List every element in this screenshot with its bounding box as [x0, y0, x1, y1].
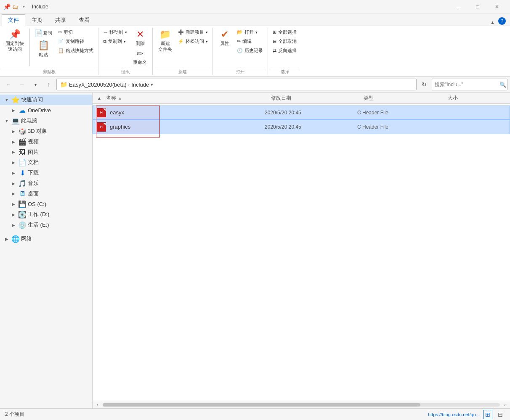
ribbon-collapse-btn[interactable]: ▲ — [490, 20, 495, 25]
tab-file[interactable]: 文件 — [2, 14, 25, 26]
path-dropdown-icon[interactable]: ▾ — [151, 82, 153, 87]
path-segment-current[interactable]: Include — [131, 82, 149, 88]
expand-icon-pictures: ▶ — [10, 150, 17, 154]
expand-icon-videos: ▶ — [10, 140, 17, 144]
scroll-right-btn[interactable]: › — [502, 402, 508, 408]
status-right: https://blog.csdn.net/qu... ⊞ ⊟ — [428, 410, 505, 419]
deselectall-icon: ⊟ — [273, 39, 276, 44]
recent-locations-button[interactable]: ▾ — [29, 79, 41, 90]
quick-access-icon: 📌 — [3, 3, 10, 10]
sidebar-item-documents[interactable]: ▶ 📄 文档 — [0, 157, 92, 168]
window-title: Include — [27, 4, 449, 10]
close-button[interactable]: ✕ — [487, 0, 507, 13]
select-label: 选择 — [271, 68, 299, 75]
copy-path-button[interactable]: 📄 复制路径 — [56, 37, 96, 46]
sidebar: ▼ ⭐ 快速访问 ▶ ☁ OneDrive ▼ 💻 此电脑 ▶ 🎲 3D 对象 … — [0, 93, 93, 408]
title-bar: 📌 🗂 ▾ Include ─ □ ✕ — [0, 0, 510, 13]
open-icon: 📂 — [237, 29, 243, 35]
col-header-size[interactable]: 大小 — [448, 95, 507, 102]
expand-icon-downloads: ▶ — [10, 171, 17, 175]
hscroll-track[interactable] — [103, 403, 500, 407]
new-item-button[interactable]: ➕ 新建项目▾ — [176, 28, 210, 37]
sidebar-item-quick-access[interactable]: ▼ ⭐ 快速访问 — [0, 95, 92, 105]
hscroll-area: ‹ › — [93, 401, 510, 408]
forward-button[interactable]: → — [16, 79, 28, 90]
sidebar-item-work-d[interactable]: ▶ 💽 工作 (D:) — [0, 209, 92, 220]
sidebar-item-3d[interactable]: ▶ 🎲 3D 对象 — [0, 126, 92, 137]
move-to-button[interactable]: → 移动到 ▾ — [101, 28, 129, 37]
col-header-name[interactable]: 名称▲ — [103, 95, 271, 102]
col-header-type[interactable]: 类型 — [364, 95, 448, 102]
cut-button[interactable]: ✂ 剪切 — [56, 28, 96, 37]
sidebar-label-documents: 文档 — [28, 158, 39, 166]
delete-button[interactable]: ✕ 删除 — [130, 28, 150, 48]
sidebar-item-onedrive[interactable]: ▶ ☁ OneDrive — [0, 105, 92, 116]
tab-view[interactable]: 查看 — [72, 14, 96, 26]
address-path[interactable]: 📁 EasyX_20200520(beta) › Include ▾ — [56, 79, 417, 90]
rename-button[interactable]: ✏ 重命名 — [130, 48, 150, 67]
new-folder-icon: 📁 — [159, 29, 171, 40]
expand-icon-osc: ▶ — [10, 202, 17, 206]
sidebar-item-desktop[interactable]: ▶ 🖥 桌面 — [0, 189, 92, 199]
help-btn[interactable]: ? — [498, 17, 506, 25]
status-item-count: 2 个项目 — [5, 411, 24, 418]
view-details-btn[interactable]: ⊞ — [483, 410, 492, 419]
properties-button[interactable]: ✔ 属性 — [215, 28, 234, 48]
file-column-header: ▲ 名称▲ 修改日期 类型 大小 — [93, 93, 510, 104]
scroll-left-btn[interactable]: ‹ — [94, 402, 101, 408]
file-area: ▲ 名称▲ 修改日期 类型 大小 H easyx 2020/5/20 20:45 — [93, 93, 510, 408]
sidebar-label-videos: 视频 — [28, 138, 39, 145]
sidebar-label-desktop: 桌面 — [28, 190, 39, 198]
hscroll-thumb[interactable] — [103, 403, 420, 407]
paste-button[interactable]: 📋 粘贴 — [32, 39, 54, 59]
select-all-button[interactable]: ⊞ 全部选择 — [271, 28, 299, 37]
documents-icon: 📄 — [19, 158, 26, 166]
sidebar-item-pictures[interactable]: ▶ 🖼 图片 — [0, 147, 92, 157]
col-header-date[interactable]: 修改日期 — [271, 95, 364, 102]
clipboard-items: 📌 固定到快速访问 📄 复制 📋 粘贴 ✂ 剪切 — [3, 28, 96, 67]
file-item-easyx[interactable]: H easyx 2020/5/20 20:45 C Header File — [93, 106, 510, 120]
work-d-icon: 💽 — [19, 211, 26, 219]
back-button[interactable]: ← — [3, 79, 14, 90]
sidebar-item-videos[interactable]: ▶ 🎬 视频 — [0, 137, 92, 147]
edit-button[interactable]: ✏ 编辑 — [235, 37, 265, 46]
invert-selection-button[interactable]: ⇄ 反向选择 — [271, 46, 299, 55]
pin-button[interactable]: 📌 固定到快速访问 — [3, 28, 27, 54]
quick-access-icon: ⭐ — [12, 96, 19, 104]
view-large-btn[interactable]: ⊟ — [496, 410, 505, 419]
refresh-button[interactable]: ↻ — [418, 79, 430, 90]
search-input[interactable] — [435, 82, 498, 87]
history-button[interactable]: 🕐 历史记录 — [235, 46, 265, 55]
paste-shortcut-button[interactable]: 📋 粘贴快捷方式 — [56, 46, 96, 55]
expand-icon-3d: ▶ — [10, 129, 17, 134]
new-folder-button[interactable]: 📁 新建文件夹 — [155, 28, 175, 54]
copy-button[interactable]: 📄 复制 — [32, 28, 54, 38]
sidebar-item-downloads[interactable]: ▶ ⬇ 下载 — [0, 168, 92, 178]
tab-home[interactable]: 主页 — [25, 14, 49, 26]
sidebar-item-music[interactable]: ▶ 🎵 音乐 — [0, 178, 92, 189]
open-button[interactable]: 📂 打开▾ — [235, 28, 265, 37]
address-bar: ← → ▾ ↑ 📁 EasyX_20200520(beta) › Include… — [0, 77, 510, 93]
folder-icon: 🗂 — [12, 3, 19, 10]
moveto-icon: → — [103, 30, 108, 35]
file-item-graphics[interactable]: H graphics 2020/5/20 20:45 C Header File — [93, 120, 510, 134]
ribbon-group-clipboard: 📌 固定到快速访问 📄 复制 📋 粘贴 ✂ 剪切 — [0, 28, 98, 75]
sidebar-item-life-e[interactable]: ▶ 💿 生活 (E:) — [0, 220, 92, 230]
expand-icon-music: ▶ — [10, 181, 17, 186]
tab-share[interactable]: 共享 — [49, 14, 72, 26]
up-button[interactable]: ↑ — [43, 79, 55, 90]
copypath-icon: 📄 — [58, 39, 64, 44]
sidebar-item-this-pc[interactable]: ▼ 💻 此电脑 — [0, 116, 92, 126]
path-segment-parent[interactable]: EasyX_20200520(beta) — [69, 82, 127, 88]
sidebar-item-os-c[interactable]: ▶ 💾 OS (C:) — [0, 199, 92, 209]
dropdown-icon[interactable]: ▾ — [20, 3, 27, 10]
easy-access-button[interactable]: ⚡ 轻松访问▾ — [176, 37, 210, 46]
copy-to-button[interactable]: ⧉ 复制到 ▾ — [101, 37, 129, 46]
title-bar-icons: 📌 🗂 ▾ — [3, 3, 27, 10]
minimize-button[interactable]: ─ — [449, 0, 468, 13]
sidebar-item-network[interactable]: ▶ 🌐 网络 — [0, 234, 92, 244]
maximize-button[interactable]: □ — [468, 0, 487, 13]
deselect-all-button[interactable]: ⊟ 全部取消 — [271, 37, 299, 46]
search-icon[interactable]: 🔍 — [499, 82, 506, 88]
file-icon-easyx: H — [96, 108, 106, 118]
